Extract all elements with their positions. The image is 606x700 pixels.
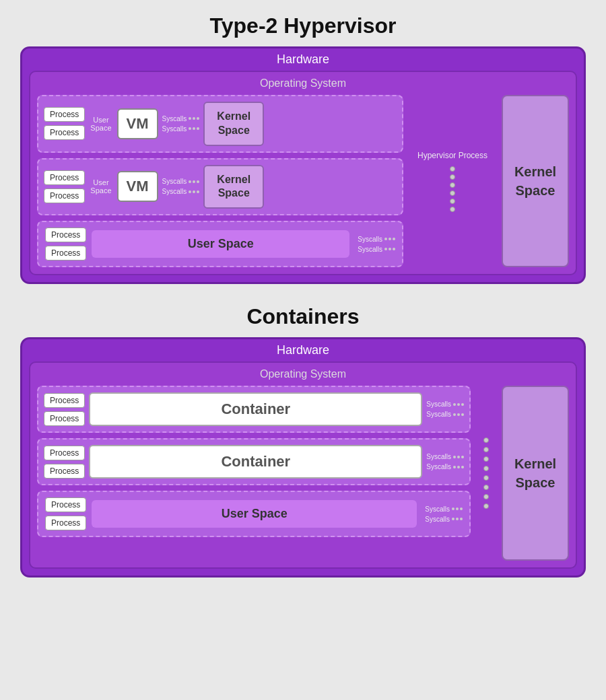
container1-outer: Process Process Container Syscalls Sysca…	[37, 386, 471, 433]
hypervisor-title: Type-2 Hypervisor	[210, 13, 397, 38]
vm1-syscall1: Syscalls	[162, 115, 187, 123]
c2-syscall1: Syscalls	[426, 453, 451, 460]
c1-process2: Process	[44, 411, 85, 426]
vm2-process1: Process	[44, 170, 85, 185]
vm1-process2: Process	[44, 125, 85, 140]
vm2-kernel-space: KernelSpace	[203, 165, 264, 209]
c1-label: Container	[89, 392, 422, 426]
vm1-syscall2: Syscalls	[162, 125, 187, 133]
vm2-process2: Process	[44, 188, 85, 203]
hypervisor-kernel-right: KernelSpace	[502, 95, 569, 267]
containers-hardware-label: Hardware	[22, 339, 584, 361]
hyp-user-process1: Process	[45, 228, 86, 242]
vm2-user: User	[93, 178, 108, 186]
containers-user-space-row: Process Process User Space Syscalls Sysc…	[37, 491, 471, 537]
vm1-space: Space	[90, 124, 111, 132]
containers-title: Containers	[246, 304, 359, 329]
c2-label: Container	[89, 445, 422, 479]
vm2-space: Space	[90, 186, 111, 195]
hypervisor-hardware-label: Hardware	[22, 48, 584, 71]
cont-user-process1: Process	[45, 497, 86, 512]
vm1-user-space: User	[93, 116, 108, 124]
hyp-user-space-label: User Space	[92, 230, 349, 258]
hypervisor-hardware-box: Hardware Operating System Process Proces…	[20, 46, 586, 284]
c1-syscall1: Syscalls	[426, 400, 451, 408]
c2-process1: Process	[44, 446, 85, 460]
hypervisor-process-label: Hypervisor Process	[417, 150, 487, 162]
vm1-outer: Process Process User Space VM Syscalls	[37, 95, 403, 153]
containers-os-label: Operating System	[37, 368, 569, 380]
containers-kernel-right: KernelSpace	[502, 386, 569, 561]
cont-user-syscall2: Syscalls	[425, 516, 450, 523]
hypervisor-os-label: Operating System	[37, 77, 569, 90]
vm2-syscall1: Syscalls	[162, 178, 187, 185]
containers-os-box: Operating System Process Process Contain…	[29, 361, 577, 569]
containers-hardware-box: Hardware Operating System Process Proces…	[20, 337, 586, 578]
hypervisor-user-space-row: Process Process User Space Syscalls Sysc…	[37, 221, 403, 267]
hyp-user-syscall2: Syscalls	[358, 246, 382, 253]
c2-process2: Process	[44, 464, 85, 479]
hyp-user-process2: Process	[45, 246, 86, 260]
vm1-kernel-space: KernelSpace	[203, 102, 264, 146]
vm1-box: VM	[117, 108, 158, 139]
vm2-syscall2: Syscalls	[162, 188, 187, 195]
cont-user-syscall1: Syscalls	[425, 505, 450, 513]
c1-process1: Process	[44, 393, 85, 408]
hyp-user-syscall1: Syscalls	[358, 236, 382, 243]
vm2-box: VM	[117, 171, 158, 202]
c2-syscall2: Syscalls	[426, 463, 451, 470]
vm2-outer: Process Process User Space VM Syscalls	[37, 158, 403, 216]
c1-syscall2: Syscalls	[426, 411, 451, 418]
cont-user-process2: Process	[45, 516, 86, 530]
cont-user-space-label: User Space	[92, 500, 417, 528]
vm1-process1: Process	[44, 107, 85, 122]
hypervisor-os-box: Operating System Process Process User Sp…	[29, 71, 577, 275]
container2-outer: Process Process Container Syscalls Sysca…	[37, 438, 471, 485]
